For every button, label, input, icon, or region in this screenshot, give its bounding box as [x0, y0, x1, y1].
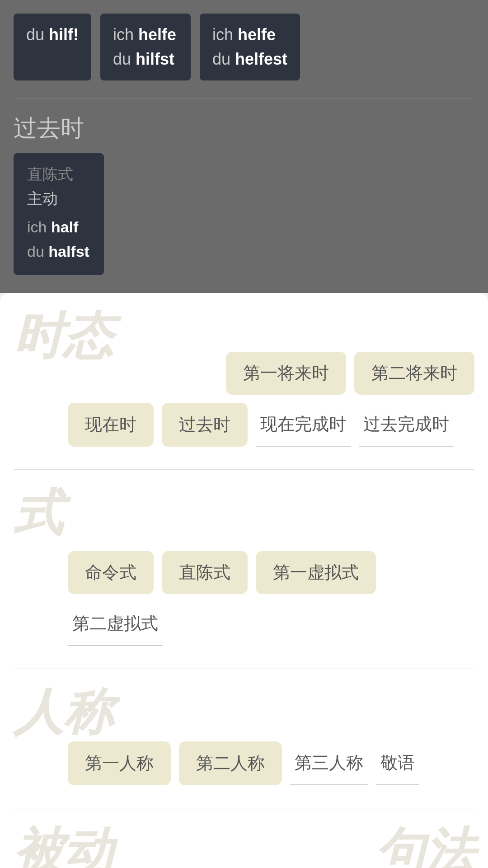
voice-bg-label: 被动	[14, 826, 244, 868]
tense-btn-future2[interactable]: 第二将来时	[354, 352, 474, 395]
card2-verb2: hilfst	[136, 50, 174, 68]
card3-pronoun1: ich	[212, 25, 238, 44]
card3-pronoun2: du	[212, 50, 235, 68]
filter-section: 时态 第一将来时 第二将来时 现在时 过去时 现在完成时 过去完成时 式 命令式…	[0, 293, 488, 868]
verb-card-3[interactable]: ich helfe du helfest	[200, 14, 300, 80]
top-divider	[14, 99, 474, 99]
past-voice-label: 主动	[27, 189, 90, 209]
past-pronoun2: du	[27, 243, 48, 260]
past-mode-label: 直陈式	[27, 164, 90, 185]
past-tense-title: 过去时	[14, 113, 474, 144]
tense-rows: 第一将来时 第二将来时 现在时 过去时 现在完成时 过去完成时	[14, 352, 474, 447]
tense-divider	[14, 469, 474, 470]
tense-btn-present[interactable]: 现在时	[68, 403, 154, 447]
mode-divider	[14, 669, 474, 669]
person-btn-third[interactable]: 第三人称	[290, 741, 368, 785]
card2-verb1: helfe	[138, 25, 176, 44]
syntax-part: 句法	[244, 826, 474, 868]
mode-buttons: 命令式 直陈式 第一虚拟式 第二虚拟式	[14, 551, 474, 646]
verb-card-1[interactable]: du hilf!	[14, 14, 91, 80]
verb-card-2[interactable]: ich helfe du hilfst	[100, 14, 191, 80]
mode-filter-group: 式 命令式 直陈式 第一虚拟式 第二虚拟式	[14, 488, 474, 646]
card2-pronoun1: ich	[113, 25, 138, 44]
card3-verb2: helfest	[235, 50, 287, 68]
mode-btn-subjunctive2[interactable]: 第二虚拟式	[68, 602, 163, 646]
past-verb2: halfst	[48, 243, 89, 260]
tense-btn-present-perfect[interactable]: 现在完成时	[256, 403, 351, 447]
verb-cards-row: du hilf! ich helfe du hilfst ich helfe d…	[14, 9, 474, 80]
top-section: du hilf! ich helfe du hilfst ich helfe d…	[0, 0, 488, 293]
tense-bottom-row: 现在时 过去时 现在完成时 过去完成时	[14, 403, 474, 447]
mode-btn-subjunctive1[interactable]: 第一虚拟式	[256, 551, 376, 594]
mode-btn-indicative[interactable]: 直陈式	[162, 551, 248, 594]
voice-syntax-section: 被动 主动 被动 句法	[14, 826, 474, 868]
person-btn-second[interactable]: 第二人称	[179, 741, 282, 785]
tense-filter-group: 时态 第一将来时 第二将来时 现在时 过去时 现在完成时 过去完成时	[14, 311, 474, 447]
past-tense-block[interactable]: 直陈式 主动 ich half du halfst	[14, 153, 104, 275]
card1-pronoun: du	[26, 25, 49, 44]
person-bg-label: 人称	[14, 687, 474, 737]
mode-bg-label: 式	[14, 488, 474, 538]
person-buttons: 第一人称 第二人称 第三人称 敬语	[14, 741, 474, 785]
voice-part: 被动 主动 被动	[14, 826, 244, 868]
tense-btn-future1[interactable]: 第一将来时	[226, 352, 346, 395]
past-verb-forms: ich half du halfst	[27, 215, 90, 264]
tense-top-row: 第一将来时 第二将来时	[14, 352, 474, 395]
syntax-bg-label: 句法	[244, 826, 474, 868]
card1-verb: hilf!	[49, 25, 79, 44]
past-verb1: half	[51, 218, 78, 236]
card2-pronoun2: du	[113, 50, 136, 68]
tense-btn-past[interactable]: 过去时	[162, 403, 248, 447]
person-btn-polite[interactable]: 敬语	[376, 741, 419, 785]
tense-btn-past-perfect[interactable]: 过去完成时	[359, 403, 454, 447]
past-pronoun1: ich	[27, 218, 51, 236]
person-divider	[14, 808, 474, 808]
card3-verb1: helfe	[238, 25, 276, 44]
person-filter-group: 人称 第一人称 第二人称 第三人称 敬语	[14, 687, 474, 785]
mode-btn-imperative[interactable]: 命令式	[68, 551, 154, 594]
person-btn-first[interactable]: 第一人称	[68, 741, 171, 785]
